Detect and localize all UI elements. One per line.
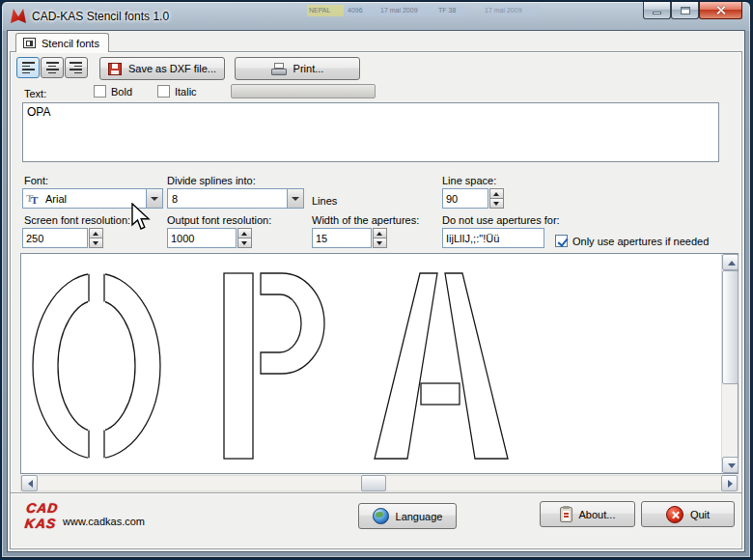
globe-icon: [373, 508, 389, 524]
only-apertures-checkbox[interactable]: Only use apertures if needed: [555, 235, 709, 247]
align-left-button[interactable]: [16, 57, 40, 78]
language-button[interactable]: Language: [358, 503, 457, 529]
quit-label: Quit: [690, 509, 710, 520]
aero-fragment: NEPAL: [307, 5, 344, 16]
scroll-left-button[interactable]: [21, 475, 38, 491]
save-dxf-button[interactable]: Save as DXF file...: [99, 57, 225, 80]
quit-button[interactable]: Quit: [641, 501, 735, 527]
logo-text: KAS: [20, 516, 61, 531]
italic-label: Italic: [175, 86, 197, 98]
align-center-icon: [48, 66, 56, 68]
align-left-icon: [22, 66, 30, 68]
about-label: About...: [579, 509, 616, 520]
disabled-button[interactable]: [231, 84, 376, 98]
spin-up-button[interactable]: [89, 228, 103, 238]
italic-checkbox-box[interactable]: [157, 85, 170, 98]
align-center-icon: [48, 72, 56, 74]
spin-up-button[interactable]: [489, 188, 504, 198]
printer-icon: [271, 63, 287, 75]
aperture-width-spinner[interactable]: [373, 228, 387, 248]
language-label: Language: [396, 511, 443, 522]
app-icon: [11, 9, 26, 23]
dropdown-arrow-icon[interactable]: [146, 189, 162, 208]
no-aperture-input[interactable]: [442, 228, 544, 248]
align-right-icon: [70, 62, 82, 64]
bold-checkbox-box[interactable]: [94, 85, 106, 98]
spin-up-button[interactable]: [373, 228, 387, 238]
align-center-button[interactable]: [41, 57, 64, 78]
tab-label: Stencil fonts: [42, 38, 99, 49]
minimize-icon: [653, 12, 661, 14]
aero-fragment: 17 mai 2009: [378, 5, 434, 16]
text-input[interactable]: OPA: [22, 102, 719, 162]
aero-fragment: 4096: [346, 5, 376, 16]
divide-splines-value: 8: [168, 193, 287, 205]
only-apertures-label: Only use apertures if needed: [572, 236, 709, 247]
divide-splines-select[interactable]: 8: [167, 188, 304, 209]
font-select[interactable]: TT Arial: [22, 188, 163, 209]
aperture-width-input[interactable]: [312, 228, 372, 248]
scroll-right-button[interactable]: [721, 475, 738, 491]
spin-down-button[interactable]: [373, 238, 387, 248]
divide-splines-label: Divide splines into:: [167, 175, 256, 186]
screen-resolution-input[interactable]: [22, 228, 88, 248]
website-link[interactable]: www.cadkas.com: [63, 516, 145, 527]
bold-checkbox[interactable]: Bold: [94, 85, 132, 98]
truetype-icon: TT: [25, 191, 42, 206]
preview-canvas: [20, 253, 739, 474]
line-space-input[interactable]: [442, 188, 488, 209]
clipboard-icon: [560, 507, 572, 522]
aero-fragment: 17 mai 2009: [483, 5, 539, 16]
minimize-button[interactable]: [643, 2, 671, 19]
lines-label: Lines: [312, 195, 337, 207]
stencil-letters: [21, 254, 722, 473]
quit-x-icon: [666, 506, 683, 523]
align-right-button[interactable]: [65, 57, 88, 78]
print-button[interactable]: Print...: [235, 57, 360, 80]
only-apertures-checkbox-box[interactable]: [555, 235, 568, 247]
scroll-up-button[interactable]: [722, 254, 739, 270]
output-resolution-label: Output font resolution:: [167, 214, 271, 226]
text-label: Text:: [24, 88, 46, 99]
cadkas-logo: CAD KAS: [20, 500, 62, 531]
output-resolution-spinner[interactable]: [237, 228, 252, 248]
font-label: Font:: [24, 175, 48, 186]
screen-resolution-label: Screen font resolution:: [24, 214, 130, 226]
maximize-icon: [681, 7, 690, 14]
align-left-icon: [22, 69, 35, 70]
close-button[interactable]: [699, 2, 742, 19]
vertical-scroll-thumb[interactable]: [722, 270, 739, 384]
screen-resolution-spinner[interactable]: [89, 228, 103, 248]
align-left-icon: [22, 62, 35, 64]
footer: CAD KAS www.cadkas.com Language About...…: [11, 492, 741, 548]
about-button[interactable]: About...: [540, 501, 635, 527]
horizontal-scroll-thumb[interactable]: [361, 475, 386, 491]
app-window: NEPAL 4096 17 mai 2009 TF 38 17 mai 2009…: [1, 1, 751, 558]
aperture-width-label: Width of the apertures:: [312, 214, 419, 226]
line-space-label: Line space:: [442, 175, 496, 186]
spin-up-button[interactable]: [237, 228, 252, 238]
horizontal-scrollbar[interactable]: [20, 475, 739, 491]
italic-checkbox[interactable]: Italic: [157, 85, 197, 98]
print-label: Print...: [293, 63, 324, 74]
spin-down-button[interactable]: [89, 238, 103, 248]
line-space-spinner[interactable]: [489, 188, 504, 209]
spin-down-button[interactable]: [237, 238, 252, 248]
title-bar[interactable]: NEPAL 4096 17 mai 2009 TF 38 17 mai 2009…: [2, 2, 750, 30]
align-center-icon: [46, 62, 59, 64]
scroll-down-button[interactable]: [722, 457, 739, 473]
tab-stencil-fonts[interactable]: Stencil fonts: [15, 33, 109, 52]
vertical-scrollbar[interactable]: [721, 254, 738, 473]
aero-fragment: TF 38: [436, 5, 465, 16]
stencil-icon: [23, 38, 36, 48]
spin-down-button[interactable]: [489, 198, 504, 209]
align-right-icon: [74, 66, 82, 68]
align-center-icon: [46, 69, 59, 70]
close-icon: [715, 5, 726, 15]
client-area: Stencil fonts Save as DXF file... Print.…: [7, 30, 745, 552]
dropdown-arrow-icon[interactable]: [287, 189, 303, 208]
maximize-button[interactable]: [671, 2, 699, 19]
align-right-icon: [70, 69, 82, 70]
output-resolution-input[interactable]: [167, 228, 237, 248]
logo-text: CAD: [22, 500, 63, 516]
